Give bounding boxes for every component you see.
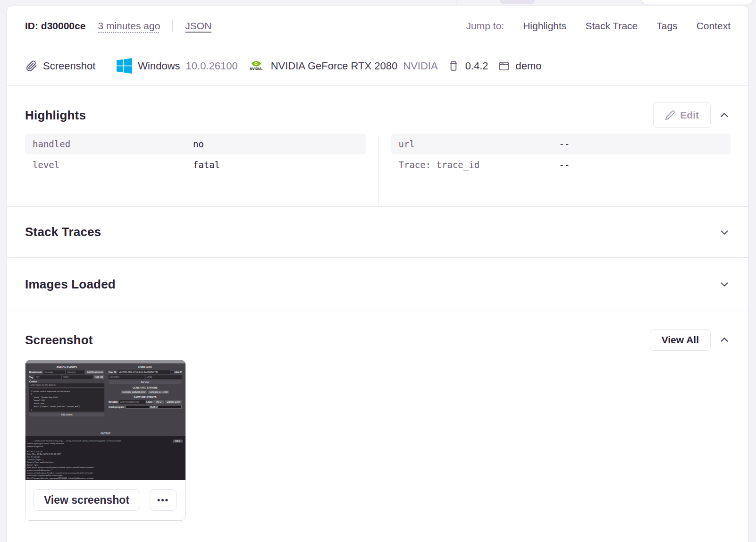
top-toolbar-divider-remnant bbox=[456, 0, 456, 5]
environment-context-item[interactable]: demo bbox=[493, 60, 546, 72]
pencil-icon bbox=[665, 110, 675, 120]
thumb-context-code: # custom context expressed as a dictiona… bbox=[29, 389, 104, 412]
kv-value: -- bbox=[559, 139, 570, 149]
thumb-capture-message-input: Enter message text bbox=[119, 400, 146, 404]
thumb-breadcrumb-label: Breadcrumb: bbox=[29, 371, 42, 373]
highlights-column-divider bbox=[378, 136, 378, 206]
images-loaded-section: Images Loaded bbox=[7, 257, 748, 311]
thumb-context-label: Context bbox=[29, 381, 37, 383]
thumb-gdscript-error-button: Generate GDScript error bbox=[121, 390, 147, 394]
thumb-capture-events-title: CAPTURE EVENTS bbox=[109, 396, 182, 399]
images-loaded-title: Images Loaded bbox=[25, 277, 116, 292]
thumb-message-input: Message bbox=[43, 371, 65, 374]
gpu-name: NVIDIA GeForce RTX 2080 bbox=[271, 60, 398, 72]
kv-key: url bbox=[399, 139, 559, 149]
attachment-label: Screenshot bbox=[43, 60, 95, 72]
chevron-up-icon bbox=[718, 109, 731, 121]
kv-key: level bbox=[33, 160, 193, 170]
view-screenshot-button[interactable]: View screenshot bbox=[33, 489, 140, 511]
thumb-output-log: x-sentry-auth: Sentry sentry_key=..., se… bbox=[25, 436, 185, 480]
thumb-generate-errors-title: GENERATE ERRORS bbox=[109, 386, 182, 389]
thumb-output-title: OUTPUT bbox=[25, 432, 185, 435]
highlights-title: Highlights bbox=[25, 108, 86, 123]
thumb-level-select: INFO bbox=[153, 400, 164, 404]
kv-value: fatal bbox=[193, 160, 220, 170]
thumb-tag-label: Tag: bbox=[29, 376, 34, 378]
json-link[interactable]: JSON bbox=[185, 20, 211, 32]
thumb-crash-label: Crash program: bbox=[109, 406, 125, 408]
jump-to-label: Jump to: bbox=[466, 20, 504, 32]
thumb-crash-button: CRASH! bbox=[126, 405, 182, 409]
thumb-capture-message-label: Message: bbox=[109, 401, 118, 403]
highlights-section: Highlights Edit handled no bbox=[7, 102, 748, 206]
thumb-add-context-button: Add context bbox=[29, 413, 104, 417]
screenshot-actions: View screenshot ••• bbox=[25, 480, 185, 520]
highlights-key-value-grid: handled no level fatal url -- Trace: tra… bbox=[25, 134, 731, 206]
jump-link-stack-trace[interactable]: Stack Trace bbox=[585, 20, 638, 32]
event-header-left: ID: d30000ce 3 minutes ago JSON bbox=[25, 20, 211, 32]
windows-logo-icon bbox=[117, 58, 132, 74]
jump-link-tags[interactable]: Tags bbox=[656, 20, 677, 32]
context-bar-divider bbox=[106, 59, 106, 73]
gpu-context-item[interactable]: NVIDIA. NVIDIA GeForce RTX 2080 NVIDIA bbox=[243, 58, 443, 74]
event-details-card: ID: d30000ce 3 minutes ago JSON Jump to:… bbox=[7, 6, 749, 542]
nvidia-wordmark: NVIDIA. bbox=[250, 67, 262, 71]
nvidia-logo-icon: NVIDIA. bbox=[247, 58, 265, 74]
os-version: 10.0.26100 bbox=[186, 60, 238, 72]
kv-value: no bbox=[193, 139, 204, 149]
thumb-infer-ip-checkbox bbox=[171, 371, 174, 373]
os-name: Windows bbox=[138, 60, 180, 72]
thumb-output-log-text: x-sentry-auth: Sentry sentry_key=..., se… bbox=[27, 440, 121, 480]
jump-to-nav: Jump to: Highlights Stack Trace Tags Con… bbox=[466, 20, 731, 32]
thumb-capture-event-button: Capture Event bbox=[165, 400, 182, 404]
screenshot-section: Screenshot View All ENRICH EVENTS bbox=[7, 311, 748, 542]
kv-row-handled: handled no bbox=[25, 134, 366, 154]
thumb-cpp-error-button: Generate C++ error bbox=[148, 390, 169, 394]
screenshot-thumbnail-content: ENRICH EVENTS Breadcrumb: Message Catego… bbox=[25, 360, 185, 480]
highlights-collapse-toggle[interactable] bbox=[718, 109, 731, 121]
thumb-user-info-title: USER INFO bbox=[109, 366, 182, 369]
release-context-item[interactable]: 0.4.2 bbox=[443, 60, 493, 72]
screenshot-collapse-toggle[interactable] bbox=[718, 334, 731, 346]
paperclip-icon bbox=[26, 60, 37, 72]
edit-button-label: Edit bbox=[680, 110, 699, 121]
context-summary-bar: Screenshot Windows 10.0.26100 bbox=[7, 46, 748, 86]
kv-row-level: level fatal bbox=[25, 154, 366, 175]
top-toolbar-box-remnant bbox=[641, 0, 753, 4]
kv-value: -- bbox=[559, 160, 570, 170]
images-loaded-expand-toggle[interactable] bbox=[718, 278, 731, 290]
screenshot-thumbnail[interactable]: ENRICH EVENTS Breadcrumb: Message Catego… bbox=[25, 360, 185, 480]
jump-link-context[interactable]: Context bbox=[697, 20, 731, 32]
attachment-screenshot-item[interactable]: Screenshot bbox=[21, 60, 100, 72]
screenshot-card: ENRICH EVENTS Breadcrumb: Message Catego… bbox=[25, 360, 186, 521]
thumb-key-input: Key bbox=[34, 375, 61, 379]
thumb-info-badge: INFO bbox=[173, 440, 183, 443]
thumb-enrich-title: ENRICH EVENTS bbox=[29, 366, 104, 369]
kv-key: handled bbox=[33, 139, 193, 149]
thumb-user-id-label: User ID: bbox=[109, 371, 117, 373]
thumb-context-name-input: Enter name for the context bbox=[29, 383, 104, 387]
chevron-up-icon bbox=[718, 334, 731, 346]
package-icon bbox=[447, 60, 460, 72]
stack-traces-title: Stack Traces bbox=[25, 225, 101, 239]
jump-link-highlights[interactable]: Highlights bbox=[523, 20, 566, 32]
chevron-down-icon bbox=[718, 278, 731, 290]
stack-traces-section: Stack Traces bbox=[7, 206, 748, 257]
release-version: 0.4.2 bbox=[465, 60, 488, 72]
view-all-button[interactable]: View All bbox=[650, 329, 711, 351]
gpu-vendor: NVIDIA bbox=[403, 60, 437, 72]
screenshot-more-options-button[interactable]: ••• bbox=[150, 489, 176, 511]
header-divider bbox=[172, 20, 173, 32]
top-toolbar-pill-remnant bbox=[500, 0, 535, 4]
thumb-add-breadcrumb-button: Add Breadcrumb bbox=[85, 371, 104, 374]
thumb-value-input: Value bbox=[62, 375, 93, 379]
thumb-level-label: Level: bbox=[146, 401, 152, 403]
os-context-item[interactable]: Windows 10.0.26100 bbox=[112, 58, 242, 74]
thumb-user-id-input: a9c35f9f-290b-471d-dbcb-3ad896821733 bbox=[118, 371, 170, 374]
edit-highlights-button[interactable]: Edit bbox=[653, 102, 711, 128]
stack-traces-expand-toggle[interactable] bbox=[718, 226, 731, 238]
kv-row-url: url -- bbox=[391, 134, 731, 154]
event-time-ago-link[interactable]: 3 minutes ago bbox=[98, 20, 160, 32]
thumb-email-input: Email bbox=[146, 375, 182, 379]
chevron-down-icon bbox=[718, 226, 731, 238]
